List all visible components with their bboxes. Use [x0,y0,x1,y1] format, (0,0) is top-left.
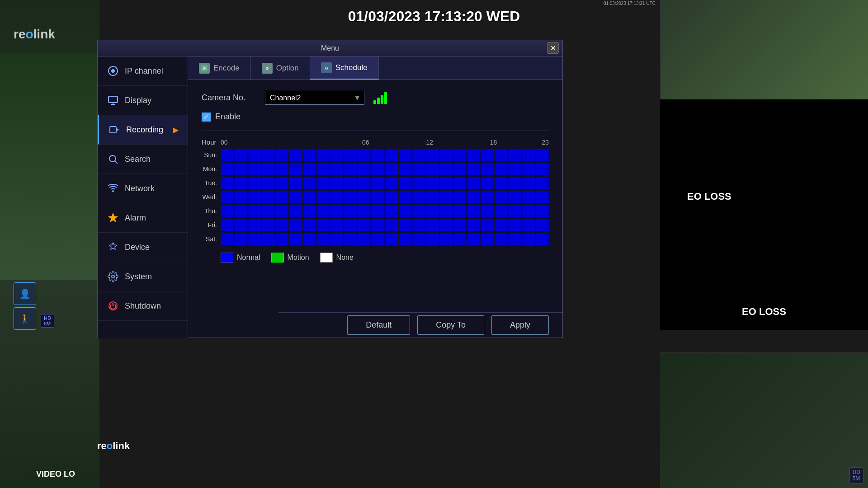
time-cell[interactable] [316,163,330,175]
time-cell[interactable] [399,219,412,231]
time-cell[interactable] [467,233,480,245]
time-cell[interactable] [221,191,234,203]
time-cell[interactable] [289,219,302,231]
time-cell[interactable] [399,191,412,203]
time-cell[interactable] [248,191,261,203]
time-cell[interactable] [385,233,398,245]
time-cell[interactable] [522,177,535,189]
time-cell[interactable] [371,163,384,175]
time-cell[interactable] [358,163,371,175]
time-cell[interactable] [522,219,535,231]
time-cell[interactable] [275,205,288,217]
tab-option[interactable]: ⚙ Option [251,56,310,80]
time-cell[interactable] [303,205,316,217]
time-cell[interactable] [508,191,521,203]
time-cell[interactable] [344,177,357,189]
sidebar-item-system[interactable]: System [98,262,188,291]
time-cell[interactable] [440,219,453,231]
time-cell[interactable] [289,177,302,189]
time-cell[interactable] [508,219,521,231]
time-cell[interactable] [221,205,234,217]
time-cell[interactable] [275,163,288,175]
time-cell[interactable] [508,149,521,161]
time-cell[interactable] [275,233,288,245]
time-cell[interactable] [412,163,425,175]
time-cell[interactable] [303,233,316,245]
time-cell[interactable] [440,191,453,203]
time-cell[interactable] [316,219,330,231]
time-cell[interactable] [522,233,535,245]
time-cell[interactable] [275,191,288,203]
time-cell[interactable] [508,205,521,217]
time-cell[interactable] [385,191,398,203]
time-cell[interactable] [248,219,261,231]
time-cell[interactable] [221,163,234,175]
time-cell[interactable] [495,191,508,203]
time-cell[interactable] [262,219,275,231]
time-cell[interactable] [440,163,453,175]
time-cell[interactable] [536,163,549,175]
time-cell[interactable] [453,219,467,231]
time-cell[interactable] [371,205,384,217]
time-cell[interactable] [412,205,425,217]
time-cell[interactable] [426,163,439,175]
time-cell[interactable] [495,177,508,189]
time-cell[interactable] [344,205,357,217]
time-cell[interactable] [399,163,412,175]
time-cell[interactable] [508,177,521,189]
time-cell[interactable] [536,205,549,217]
time-cell[interactable] [234,205,247,217]
time-cell[interactable] [358,233,371,245]
time-cell[interactable] [399,177,412,189]
time-cell[interactable] [453,177,467,189]
time-cell[interactable] [399,205,412,217]
time-cell[interactable] [248,233,261,245]
time-cell[interactable] [303,163,316,175]
time-cell[interactable] [344,163,357,175]
time-cell[interactable] [316,149,330,161]
time-cell[interactable] [289,233,302,245]
sidebar-item-network[interactable]: Network [98,174,188,203]
sidebar-item-shutdown[interactable]: Shutdown [98,291,188,321]
time-cell[interactable] [358,149,371,161]
time-cell[interactable] [262,205,275,217]
time-cell[interactable] [221,149,234,161]
sidebar-item-recording[interactable]: Recording ▶ [98,115,188,145]
time-cell[interactable] [495,233,508,245]
time-cell[interactable] [536,191,549,203]
time-cell[interactable] [412,191,425,203]
time-cell[interactable] [426,191,439,203]
time-cell[interactable] [495,163,508,175]
time-cell[interactable] [481,205,494,217]
time-cell[interactable] [426,149,439,161]
time-cell[interactable] [371,149,384,161]
time-cell[interactable] [440,233,453,245]
time-cell[interactable] [508,233,521,245]
time-cell[interactable] [371,177,384,189]
time-cell[interactable] [358,191,371,203]
time-cell[interactable] [495,219,508,231]
time-cell[interactable] [330,177,343,189]
time-cell[interactable] [371,219,384,231]
time-cell[interactable] [330,191,343,203]
time-cell[interactable] [467,205,480,217]
time-cell[interactable] [248,205,261,217]
time-cell[interactable] [221,177,234,189]
time-cell[interactable] [426,219,439,231]
time-cell[interactable] [467,219,480,231]
time-cell[interactable] [522,205,535,217]
time-cell[interactable] [234,191,247,203]
time-cell[interactable] [412,177,425,189]
tab-encode[interactable]: ⚙ Encode [188,56,251,80]
time-cell[interactable] [385,205,398,217]
time-cell[interactable] [262,177,275,189]
time-cell[interactable] [262,191,275,203]
time-cell[interactable] [262,163,275,175]
time-cell[interactable] [536,149,549,161]
time-cell[interactable] [303,219,316,231]
time-cell[interactable] [399,233,412,245]
time-cell[interactable] [344,191,357,203]
time-cell[interactable] [289,191,302,203]
time-cell[interactable] [385,219,398,231]
time-cell[interactable] [344,149,357,161]
